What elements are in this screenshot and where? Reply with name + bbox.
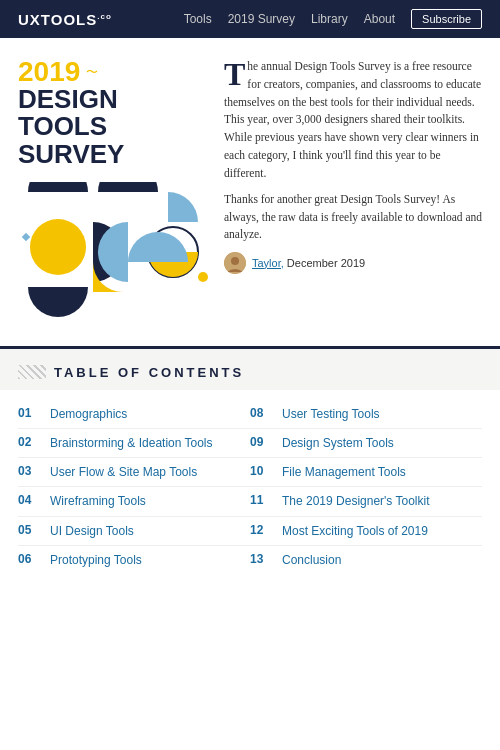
toc-item[interactable]: 04 Wireframing Tools	[18, 487, 250, 516]
author-link[interactable]: Taylor,	[252, 257, 284, 269]
hero-year: 2019	[18, 58, 80, 86]
svg-point-0	[30, 219, 86, 275]
stripe-decoration	[18, 365, 46, 379]
site-logo: UXTOOLS.co	[18, 11, 112, 28]
nav-link-about[interactable]: About	[364, 12, 395, 26]
nav-link-tools[interactable]: Tools	[184, 12, 212, 26]
hero-description: T he annual Design Tools Survey is a fre…	[224, 58, 482, 274]
author-text: Taylor, December 2019	[252, 255, 365, 272]
toc-num: 08	[250, 406, 274, 420]
toc-grid: 01 Demographics 02 Brainstorming & Ideat…	[18, 400, 482, 574]
toc-item[interactable]: 08 User Testing Tools	[250, 400, 482, 429]
toc-num: 02	[18, 435, 42, 449]
nav-link-survey[interactable]: 2019 Survey	[228, 12, 295, 26]
drop-cap: T	[224, 62, 245, 88]
nav-links: Tools 2019 Survey Library About Subscrib…	[184, 9, 482, 29]
svg-point-2	[198, 272, 208, 282]
toc-label: File Management Tools	[282, 464, 406, 480]
author-line: Taylor, December 2019	[224, 252, 482, 274]
toc-label: UI Design Tools	[50, 523, 134, 539]
toc-label: Wireframing Tools	[50, 493, 146, 509]
hero-title-block: 2019 〜 DESIGN TOOLS SURVEY	[18, 58, 208, 168]
svg-rect-3	[22, 233, 30, 241]
geometric-art	[18, 182, 208, 322]
toc-item[interactable]: 10 File Management Tools	[250, 458, 482, 487]
hero-main-title: DESIGN TOOLS SURVEY	[18, 86, 208, 168]
toc-label: Demographics	[50, 406, 127, 422]
subscribe-button[interactable]: Subscribe	[411, 9, 482, 29]
toc-label: User Testing Tools	[282, 406, 380, 422]
toc-label: The 2019 Designer's Toolkit	[282, 493, 430, 509]
toc-num: 01	[18, 406, 42, 420]
toc-item[interactable]: 06 Prototyping Tools	[18, 546, 250, 574]
toc-num: 05	[18, 523, 42, 537]
navbar: UXTOOLS.co Tools 2019 Survey Library Abo…	[0, 0, 500, 38]
toc-num: 04	[18, 493, 42, 507]
toc-item[interactable]: 01 Demographics	[18, 400, 250, 429]
toc-col-right: 08 User Testing Tools 09 Design System T…	[250, 400, 482, 574]
toc-item[interactable]: 12 Most Exciting Tools of 2019	[250, 517, 482, 546]
toc-item[interactable]: 13 Conclusion	[250, 546, 482, 574]
toc-label: User Flow & Site Map Tools	[50, 464, 197, 480]
toc-label: Design System Tools	[282, 435, 394, 451]
hero-section: 2019 〜 DESIGN TOOLS SURVEY	[0, 38, 500, 338]
toc-label: Prototyping Tools	[50, 552, 142, 568]
toc-num: 09	[250, 435, 274, 449]
toc-label: Brainstorming & Ideation Tools	[50, 435, 213, 451]
squiggle-decoration: 〜	[86, 64, 98, 81]
toc-num: 06	[18, 552, 42, 566]
toc-item[interactable]: 09 Design System Tools	[250, 429, 482, 458]
toc-item[interactable]: 02 Brainstorming & Ideation Tools	[18, 429, 250, 458]
toc-num: 11	[250, 493, 274, 507]
toc-num: 13	[250, 552, 274, 566]
toc-header-section: TABLE OF CONTENTS	[0, 346, 500, 390]
toc-item[interactable]: 11 The 2019 Designer's Toolkit	[250, 487, 482, 516]
toc-section: 01 Demographics 02 Brainstorming & Ideat…	[0, 390, 500, 590]
toc-header: TABLE OF CONTENTS	[18, 359, 482, 384]
toc-item[interactable]: 03 User Flow & Site Map Tools	[18, 458, 250, 487]
toc-num: 12	[250, 523, 274, 537]
toc-num: 03	[18, 464, 42, 478]
author-avatar	[224, 252, 246, 274]
nav-link-library[interactable]: Library	[311, 12, 348, 26]
toc-num: 10	[250, 464, 274, 478]
toc-item[interactable]: 05 UI Design Tools	[18, 517, 250, 546]
toc-col-left: 01 Demographics 02 Brainstorming & Ideat…	[18, 400, 250, 574]
svg-point-5	[231, 257, 239, 265]
toc-label: Most Exciting Tools of 2019	[282, 523, 428, 539]
toc-label: Conclusion	[282, 552, 341, 568]
hero-left: 2019 〜 DESIGN TOOLS SURVEY	[18, 58, 208, 322]
